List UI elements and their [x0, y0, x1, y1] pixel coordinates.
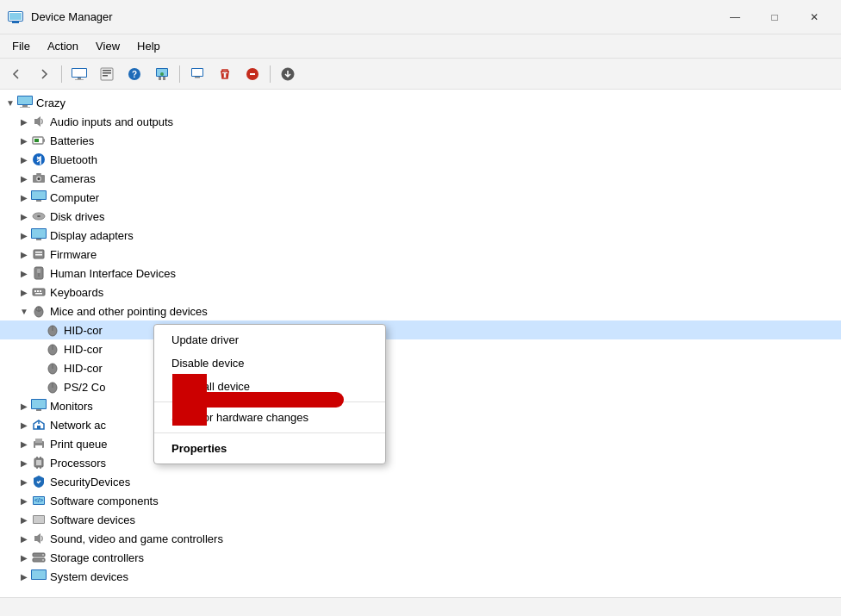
context-menu-properties[interactable]: Properties — [154, 437, 385, 460]
tree-item-mice[interactable]: ▼ Mice and other pointing devices — [0, 302, 841, 320]
hid-comp3-icon — [45, 360, 60, 376]
hid-expander[interactable]: ▶ — [17, 269, 31, 278]
minimize-button[interactable]: — — [715, 3, 755, 31]
system-label: System devices — [50, 570, 834, 583]
tree-item-monitors[interactable]: ▶ Monitors — [0, 396, 841, 415]
svg-rect-69 — [37, 426, 40, 429]
svg-rect-26 — [22, 105, 28, 107]
bluetooth-expander[interactable]: ▶ — [17, 155, 31, 165]
back-button[interactable] — [3, 62, 29, 86]
disk-expander[interactable]: ▶ — [17, 212, 31, 221]
firmware-expander[interactable]: ▶ — [17, 250, 31, 259]
menu-help[interactable]: Help — [128, 36, 169, 56]
batteries-expander[interactable]: ▶ — [17, 136, 31, 146]
tree-item-disk[interactable]: ▶ Disk drives — [0, 207, 841, 226]
network-expander[interactable]: ▶ — [17, 420, 31, 430]
tree-item-hid-comp1[interactable]: HID-cor — [0, 320, 841, 339]
audio-label: Audio inputs and outputs — [50, 115, 834, 128]
uninstall-button[interactable] — [240, 62, 265, 86]
softwarecomp-expander[interactable]: ▶ — [17, 496, 31, 506]
keyboards-expander[interactable]: ▶ — [17, 288, 31, 297]
tree-item-cameras[interactable]: ▶ Cameras — [0, 169, 841, 188]
menu-view[interactable]: View — [87, 36, 128, 56]
bluetooth-icon — [31, 152, 47, 167]
tree-item-print[interactable]: ▶ Print queue — [0, 434, 841, 453]
svg-rect-6 — [78, 78, 81, 79]
network-icon — [31, 417, 47, 432]
context-menu-disable[interactable]: Disable device — [154, 352, 385, 375]
sound-expander[interactable]: ▶ — [17, 534, 31, 544]
monitors-expander[interactable]: ▶ — [17, 401, 31, 411]
audio-expander[interactable]: ▶ — [17, 117, 31, 127]
cameras-icon — [31, 171, 47, 186]
root-expander[interactable]: ▼ — [3, 98, 17, 108]
tree-item-bluetooth[interactable]: ▶ Bluetooth — [0, 150, 841, 169]
tree-root[interactable]: ▼ Crazy — [0, 93, 841, 112]
bluetooth-label: Bluetooth — [50, 153, 834, 166]
print-expander[interactable]: ▶ — [17, 439, 31, 449]
audio-icon — [31, 114, 47, 129]
tree-item-audio[interactable]: ▶ Audio inputs and outputs — [0, 112, 841, 131]
tree-item-hid[interactable]: ▶ Human Interface Devices — [0, 264, 841, 283]
display-expander[interactable]: ▶ — [17, 231, 31, 240]
tree-item-hid-comp2[interactable]: HID-cor — [0, 339, 841, 358]
tree-item-sound[interactable]: ▶ Sound, video and game controllers — [0, 529, 841, 548]
remove-button[interactable] — [212, 62, 238, 86]
hid-comp2-icon — [45, 341, 60, 357]
forward-button[interactable] — [31, 62, 57, 86]
disk-icon — [31, 208, 47, 224]
app-icon — [7, 9, 24, 26]
hid-icon — [31, 265, 47, 281]
context-menu-uninstall[interactable]: Uninstall device — [154, 375, 385, 398]
maximize-button[interactable]: □ — [755, 3, 794, 31]
tree-item-storage[interactable]: ▶ Storage controllers — [0, 548, 841, 567]
batteries-icon — [31, 133, 47, 148]
context-menu-update[interactable]: Update driver — [154, 328, 385, 352]
app-window: Device Manager — □ ✕ File Action View He… — [0, 0, 841, 616]
tree-item-security[interactable]: ▶ SecurityDevices — [0, 472, 841, 491]
properties-button[interactable] — [94, 62, 120, 86]
hid-label: Human Interface Devices — [50, 267, 834, 280]
tree-item-batteries[interactable]: ▶ Batteries — [0, 131, 841, 150]
tree-item-firmware[interactable]: ▶ Firmware — [0, 245, 841, 264]
svg-rect-16 — [159, 77, 161, 80]
tree-item-display[interactable]: ▶ Display adapters — [0, 226, 841, 245]
tree-item-computer[interactable]: ▶ Computer — [0, 188, 841, 207]
tree-item-hid-comp3[interactable]: HID-cor — [0, 358, 841, 377]
monitor-button[interactable] — [184, 62, 210, 86]
tree-item-processors[interactable]: ▶ Processors — [0, 453, 841, 472]
download-button[interactable] — [275, 62, 301, 86]
svg-point-86 — [42, 554, 44, 556]
svg-rect-25 — [18, 96, 32, 104]
svg-point-31 — [33, 153, 45, 165]
keyboards-label: Keyboards — [50, 286, 834, 299]
menu-action[interactable]: Action — [39, 36, 87, 56]
system-expander[interactable]: ▶ — [17, 572, 31, 582]
tree-item-ps2[interactable]: PS/2 Co — [0, 377, 841, 396]
help-button[interactable]: ? — [121, 62, 147, 86]
tree-item-system[interactable]: ▶ System devices — [0, 567, 841, 586]
processors-icon — [31, 455, 47, 470]
close-button[interactable]: ✕ — [794, 3, 834, 31]
menu-file[interactable]: File — [3, 36, 39, 56]
tree-item-keyboards[interactable]: ▶ Keyboards — [0, 283, 841, 302]
computer-label: Computer — [50, 191, 834, 204]
device-tree[interactable]: ▼ Crazy ▶ — [0, 90, 841, 597]
device-manager-button[interactable] — [66, 62, 92, 86]
tree-item-softwarecomp[interactable]: ▶ </> Software components — [0, 491, 841, 510]
security-expander[interactable]: ▶ — [17, 477, 31, 487]
svg-rect-21 — [195, 77, 200, 78]
window-title: Device Manager — [31, 10, 113, 23]
context-menu-scan[interactable]: Scan for hardware changes — [154, 406, 385, 429]
mice-expander[interactable]: ▼ — [17, 307, 31, 316]
tree-item-softwaredev[interactable]: ▶ Software devices — [0, 510, 841, 529]
svg-rect-38 — [36, 200, 41, 202]
menu-bar: File Action View Help — [0, 34, 841, 59]
cameras-expander[interactable]: ▶ — [17, 174, 31, 184]
tree-item-network[interactable]: ▶ Network ac — [0, 415, 841, 434]
scan-button[interactable] — [149, 62, 175, 86]
processors-expander[interactable]: ▶ — [17, 458, 31, 468]
storage-expander[interactable]: ▶ — [17, 553, 31, 563]
softwaredev-expander[interactable]: ▶ — [17, 515, 31, 525]
computer-expander[interactable]: ▶ — [17, 193, 31, 202]
